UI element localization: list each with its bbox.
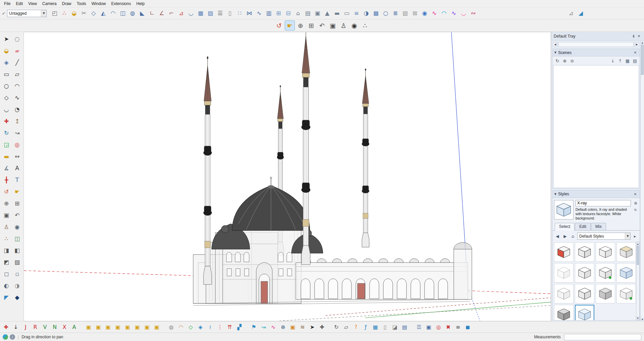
style-thumbnail-11[interactable] <box>596 284 615 303</box>
louver-tool-icon[interactable]: ≡ <box>352 9 361 18</box>
scroll-down-icon[interactable]: ▼ <box>641 318 644 321</box>
scrollbar-thumb[interactable] <box>641 45 644 75</box>
jhs-j-icon[interactable]: J <box>21 323 30 332</box>
flag-icon[interactable]: ⚑ <box>249 323 258 332</box>
uv-map-tool-icon[interactable]: ⊠ <box>410 9 419 18</box>
beam-tool-icon[interactable]: ▬ <box>332 9 341 18</box>
menu-help[interactable]: Help <box>134 0 147 7</box>
jhs-x-icon[interactable]: X <box>60 323 69 332</box>
section-fill-toggle-icon[interactable]: ◩ <box>2 257 11 267</box>
menu-file[interactable]: File <box>1 0 13 7</box>
scene-details-button[interactable]: ▤ <box>632 57 638 64</box>
fredoscale-stretch-icon[interactable]: ▣ <box>133 323 142 332</box>
zoom-extents-tool-icon[interactable]: ▣ <box>328 20 338 31</box>
fredoscale-rotate-icon[interactable]: ▣ <box>143 323 151 332</box>
tab-edit[interactable]: Edit <box>575 223 591 230</box>
orbit-tool-icon[interactable]: ↺ <box>274 20 284 31</box>
model-viewport[interactable] <box>24 32 551 321</box>
style-thumbnail-4[interactable] <box>616 242 636 262</box>
arc-tool-icon[interactable]: ◡ <box>186 9 195 18</box>
zoom-window-tool-icon[interactable]: ⊞ <box>306 20 316 31</box>
follow-me-tool-icon[interactable]: ↝ <box>12 128 22 138</box>
pin-icon[interactable] <box>631 34 636 39</box>
zoom-window-tool-icon[interactable]: ⊞ <box>12 199 22 208</box>
style-thumbnail-14[interactable] <box>575 305 594 320</box>
3d-text-tool-icon[interactable]: T <box>12 175 22 185</box>
slope-tool-icon[interactable]: ⊿ <box>177 9 186 18</box>
stray-lines-icon[interactable]: ⋮ <box>216 323 224 332</box>
menu-camera[interactable]: Camera <box>40 0 59 7</box>
jhs-r-icon[interactable]: R <box>31 323 40 332</box>
scroll-up-icon[interactable]: ▲ <box>636 242 639 246</box>
details-menu-icon[interactable]: ▸ <box>632 233 638 240</box>
freehand-curve-tool-icon[interactable]: ◡ <box>459 9 468 18</box>
menu-view[interactable]: View <box>26 0 40 7</box>
curvizard-icon[interactable]: ↝ <box>259 323 268 332</box>
axes-reset-icon[interactable]: ✖ <box>444 323 453 332</box>
jhs-v-icon[interactable]: V <box>41 323 49 332</box>
styles-panel-header[interactable]: ▼ Styles ✕ <box>553 191 640 198</box>
panel-tool-icon[interactable]: ▭ <box>342 9 351 18</box>
measurements-input[interactable] <box>564 334 641 340</box>
style-name-input[interactable] <box>576 200 631 206</box>
menu-edit[interactable]: Edit <box>13 0 26 7</box>
wireframe-toggle-icon[interactable]: ▫ <box>12 269 22 279</box>
section-cut-toggle-icon[interactable]: ◧ <box>12 246 22 255</box>
scroll-up-icon[interactable]: ▲ <box>641 41 644 44</box>
update-scene-button[interactable]: ↻ <box>554 57 561 64</box>
walk-tool-icon[interactable]: ∴ <box>360 20 370 31</box>
outline-tool-icon[interactable]: ◭ <box>99 9 108 18</box>
menu-window[interactable]: Window <box>89 0 109 7</box>
stairs-tool-icon[interactable]: ☰ <box>216 9 225 18</box>
fredoscale-taper-icon[interactable]: ▣ <box>94 323 103 332</box>
shadow-box-icon[interactable]: ◪ <box>390 323 399 332</box>
hatch-tool-icon[interactable]: ▨ <box>206 9 215 18</box>
two-point-arc-tool-icon[interactable]: ◡ <box>2 105 11 114</box>
style-thumbnail-7[interactable] <box>596 263 615 283</box>
style-thumbnail-2[interactable] <box>575 242 594 262</box>
style-thumbnail-3[interactable] <box>596 242 615 262</box>
jhs-a-icon[interactable]: A <box>70 323 79 332</box>
blue-cube-icon[interactable]: ◼ <box>463 323 472 332</box>
arc-tool-icon[interactable]: ◠ <box>12 81 22 91</box>
merge-faces-icon[interactable]: ▞ <box>235 323 244 332</box>
geo-location-icon[interactable]: ⊕ <box>279 323 287 332</box>
pan-tool-icon[interactable]: ☛ <box>12 187 22 196</box>
array-tool-icon[interactable]: ∷ <box>235 9 244 18</box>
sandbox-icon[interactable]: ≋ <box>298 323 307 332</box>
back-icon[interactable]: ◀ <box>554 233 561 240</box>
curve-edit-tool-icon[interactable]: ∾ <box>469 9 478 18</box>
window-tool-icon[interactable]: ⊞ <box>274 9 283 18</box>
text-tool-icon[interactable]: A <box>12 163 22 173</box>
update-style-button[interactable]: ↻ <box>633 207 638 213</box>
position-camera-tool-icon[interactable]: ♙ <box>338 20 349 31</box>
menu-extensions[interactable]: Extensions <box>108 0 134 7</box>
sweep-tool-icon[interactable]: ◠ <box>108 9 118 18</box>
rotate-tool-icon[interactable]: ↻ <box>2 128 11 138</box>
paint-bucket-tool-icon[interactable]: ◒ <box>2 46 11 55</box>
view-options-button[interactable]: ▦ <box>624 57 631 64</box>
scenes-list[interactable] <box>553 65 639 188</box>
scale-icon[interactable]: ▱ <box>342 323 351 332</box>
menu-tools[interactable]: Tools <box>74 0 89 7</box>
spline-tool-icon[interactable]: ◠ <box>440 9 449 18</box>
soap-bubble-icon[interactable]: ◍ <box>167 323 176 332</box>
add-scene-button[interactable]: ⊕ <box>561 57 568 64</box>
move-tool-icon[interactable]: ✚ <box>2 116 11 126</box>
line-tool-icon[interactable]: ╱ <box>12 58 22 67</box>
position-camera-tool-icon[interactable]: ♙ <box>2 222 11 232</box>
geolocation-icon[interactable] <box>3 334 8 340</box>
pie-tool-icon[interactable]: ◔ <box>12 105 22 114</box>
credits-icon[interactable]: i <box>10 334 15 340</box>
outliner-panel-icon[interactable]: ☰ <box>415 323 423 332</box>
style-thumbnail-6[interactable] <box>575 263 594 283</box>
sphere-tool-icon[interactable]: ◍ <box>128 9 137 18</box>
fredoscale-bend-icon[interactable]: ▣ <box>113 323 122 332</box>
slope-gradient-icon[interactable]: ◢ <box>576 9 585 18</box>
menu-draw[interactable]: Draw <box>59 0 74 7</box>
style-thumbnail-9[interactable] <box>554 284 573 303</box>
jhs-powerbar-icon[interactable]: ƒ <box>361 323 370 332</box>
dome-icon[interactable]: ◠ <box>177 323 185 332</box>
tab-select[interactable]: Select <box>555 223 574 231</box>
style-thumbnail-12[interactable] <box>616 284 636 303</box>
